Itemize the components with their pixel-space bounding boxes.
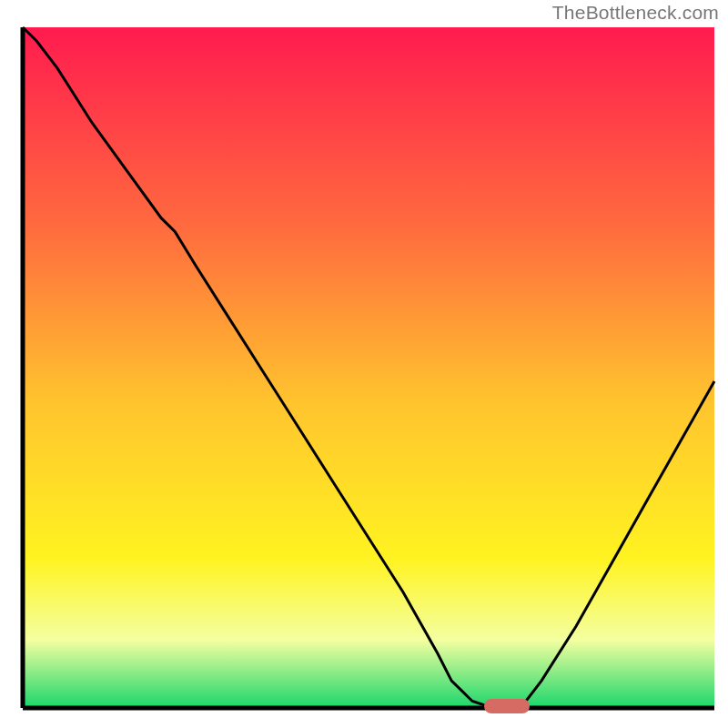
bottleneck-chart: TheBottleneck.com: [0, 0, 728, 728]
watermark-text: TheBottleneck.com: [552, 2, 719, 24]
gradient-background: [23, 27, 714, 708]
chart-svg: [0, 0, 728, 728]
optimum-marker: [484, 699, 530, 713]
